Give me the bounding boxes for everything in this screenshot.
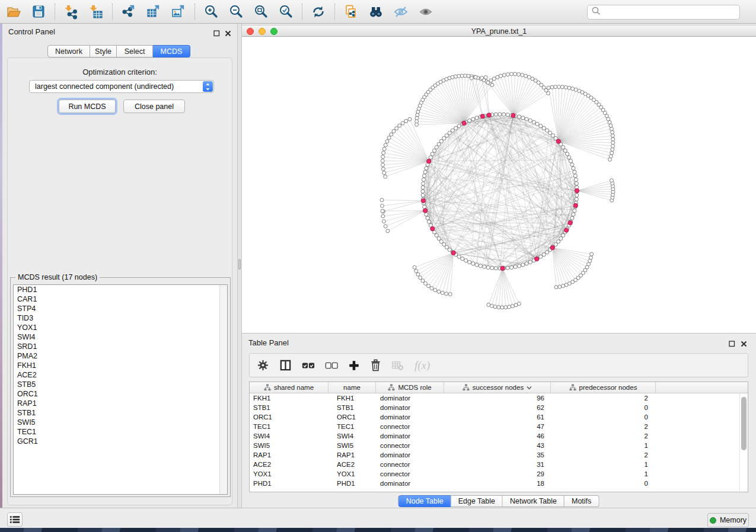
table-row[interactable]: YOX1YOX1connector291 — [250, 469, 748, 479]
mcds-result-item[interactable]: SWI5 — [14, 418, 227, 427]
zoom-out-icon — [228, 4, 244, 20]
table-row[interactable]: ACE2ACE2connector311 — [250, 460, 748, 469]
tab-select[interactable]: Select — [117, 45, 153, 57]
tab-motifs[interactable]: Motifs — [564, 495, 599, 507]
column-header-mcds-role[interactable]: MCDS role — [376, 382, 444, 393]
close-panel-button[interactable]: Close panel — [123, 100, 185, 113]
network-view-canvas[interactable] — [242, 37, 756, 333]
node-table-body: FKH1FKH1dominator962STB1STB1dominator620… — [250, 393, 748, 488]
column-header-predecessor-nodes[interactable]: predecessor nodes — [551, 382, 656, 393]
column-header-name[interactable]: name — [328, 382, 376, 393]
table-row[interactable]: RAP1RAP1dominator352 — [250, 450, 748, 460]
tab-network[interactable]: Network — [47, 45, 90, 57]
float-table-panel-icon[interactable] — [729, 339, 735, 345]
table-row[interactable]: PHD1PHD1dominator180 — [250, 479, 748, 488]
mcds-result-item[interactable]: SWI4 — [14, 332, 227, 342]
zoom-selected-button[interactable] — [273, 2, 298, 22]
run-mcds-button[interactable]: Run MCDS — [59, 100, 116, 113]
mcds-result-item[interactable]: PHD1 — [14, 285, 227, 294]
result-list-scrollbar[interactable] — [219, 285, 227, 494]
add-row-button[interactable] — [348, 360, 360, 371]
table-row[interactable]: SWI4SWI4dominator462 — [250, 431, 748, 441]
memory-button-label: Memory — [720, 516, 747, 524]
mcds-result-item[interactable]: ACE2 — [14, 370, 227, 380]
mcds-result-item[interactable]: SRD1 — [14, 342, 227, 351]
apply-layout-button[interactable] — [306, 2, 331, 22]
cell-shared-name: STB1 — [250, 403, 328, 412]
show-columns-button[interactable] — [279, 359, 292, 371]
cell-name: RAP1 — [328, 450, 376, 460]
open-file-button[interactable] — [1, 2, 26, 22]
tab-node-table[interactable]: Node Table — [398, 495, 451, 507]
network-graph[interactable] — [242, 37, 756, 333]
close-table-panel-icon[interactable] — [741, 339, 747, 345]
network-window-title: YPA_prune.txt_1 — [242, 27, 756, 36]
mcds-result-item[interactable]: TID3 — [14, 313, 227, 323]
table-row[interactable]: SWI5SWI5connector431 — [250, 441, 748, 450]
table-row[interactable]: STB1STB1dominator620 — [250, 403, 748, 412]
cell-mcds-role: connector — [376, 441, 444, 450]
hide-selected-button[interactable] — [388, 2, 413, 22]
first-neighbors-button[interactable] — [363, 2, 388, 22]
table-settings-button[interactable] — [257, 359, 269, 371]
first-neighbors-icon — [368, 4, 384, 20]
zoom-in-button[interactable] — [199, 2, 224, 22]
zoom-out-button[interactable] — [224, 2, 248, 22]
cell-successor-nodes: 62 — [444, 403, 551, 412]
function-builder-button: f(x) — [414, 359, 430, 372]
table-row[interactable]: ORC1ORC1dominator610 — [250, 412, 748, 422]
export-image-button[interactable] — [166, 2, 191, 22]
column-label: predecessor nodes — [579, 384, 637, 391]
mcds-result-item[interactable]: GCR1 — [14, 437, 227, 446]
mcds-result-item[interactable]: PMA2 — [14, 351, 227, 361]
workspace-area: YPA_prune.txt_1 Table Panel f(x) shared … — [242, 24, 756, 508]
panel-splitter[interactable] — [237, 24, 242, 508]
show-all-button[interactable] — [413, 2, 438, 22]
table-scrollbar-thumb[interactable] — [741, 397, 747, 450]
tab-edge-table[interactable]: Edge Table — [451, 495, 503, 507]
float-panel-icon[interactable] — [213, 28, 220, 35]
list-properties-button[interactable] — [7, 512, 23, 527]
search-icon — [591, 6, 601, 18]
table-scrollbar[interactable] — [739, 393, 748, 492]
column-label: successor nodes — [473, 384, 524, 391]
tab-style[interactable]: Style — [90, 45, 117, 57]
cell-predecessor-nodes: 2 — [551, 422, 656, 431]
tab-mcds[interactable]: MCDS — [153, 45, 190, 57]
table-row[interactable]: TEC1TEC1connector472 — [250, 422, 748, 431]
mcds-result-item[interactable]: FKH1 — [14, 361, 227, 370]
search-input[interactable] — [601, 6, 739, 18]
tab-network-table[interactable]: Network Table — [503, 495, 564, 507]
close-panel-icon[interactable] — [225, 28, 231, 35]
mcds-result-item[interactable]: ORC1 — [14, 389, 227, 399]
zoom-fit-button[interactable] — [248, 2, 273, 22]
column-header-shared-name[interactable]: shared name — [250, 382, 328, 393]
optimization-criterion-dropdown[interactable]: largest connected component (undirected) — [29, 80, 214, 93]
mcds-result-item[interactable]: STB5 — [14, 380, 227, 389]
splitter-handle[interactable] — [238, 259, 241, 270]
memory-button[interactable]: Memory — [707, 513, 749, 527]
deselect-all-rows-button[interactable] — [325, 361, 338, 370]
delete-row-button[interactable] — [370, 359, 381, 371]
add-row-icon — [348, 360, 360, 371]
mcds-result-item[interactable]: TEC1 — [14, 427, 227, 437]
dropdown-stepper-icon — [203, 81, 213, 92]
mcds-result-item[interactable]: RAP1 — [14, 399, 227, 408]
mcds-result-item[interactable]: STP4 — [14, 304, 227, 313]
table-row[interactable]: FKH1FKH1dominator962 — [250, 393, 748, 403]
mcds-result-item[interactable]: YOX1 — [14, 323, 227, 332]
select-all-rows-button[interactable] — [302, 361, 315, 370]
desktop-background-strip-bottom — [0, 528, 756, 532]
cell-name: FKH1 — [328, 393, 376, 403]
cell-predecessor-nodes: 2 — [551, 431, 656, 441]
mcds-result-item[interactable]: CAR1 — [14, 294, 227, 304]
new-network-from-selection-button[interactable] — [339, 2, 363, 22]
export-network-button[interactable] — [116, 2, 141, 22]
save-session-button[interactable] — [26, 2, 51, 22]
mcds-result-item[interactable]: STB1 — [14, 408, 227, 418]
column-header-successor-nodes[interactable]: successor nodes — [444, 382, 551, 393]
import-network-button[interactable] — [59, 2, 84, 22]
import-table-button[interactable] — [84, 2, 109, 22]
cell-name: YOX1 — [328, 469, 376, 479]
export-table-button[interactable] — [141, 2, 166, 22]
